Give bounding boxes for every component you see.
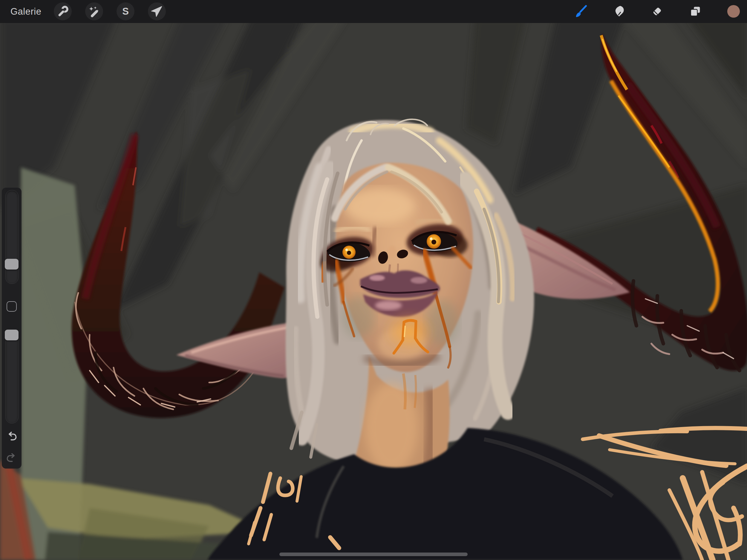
home-indicator[interactable] [279,553,468,556]
redo-icon [6,452,18,464]
transform-arrow-icon [150,4,164,18]
layers-button[interactable] [689,3,702,20]
redo-button[interactable] [6,452,18,464]
left-tool-group: S [54,2,166,20]
brush-sidebar [2,188,22,468]
color-swatch-circle [727,4,741,19]
right-tool-group [574,2,741,21]
paint-tool-button[interactable] [574,3,588,20]
selection-s-icon: S [119,4,132,18]
layers-icon [689,4,702,19]
adjustments-button[interactable] [85,2,103,20]
brush-size-slider[interactable] [5,190,19,284]
top-toolbar: Galerie S [0,0,747,23]
canvas-area[interactable] [0,0,747,560]
actions-button[interactable] [54,2,72,20]
procreate-screen: Galerie S [0,0,747,560]
erase-tool-button[interactable] [650,3,664,20]
undo-button[interactable] [6,430,18,442]
svg-text:S: S [122,6,129,17]
gallery-button[interactable]: Galerie [10,0,41,23]
smudge-finger-icon [612,4,626,19]
modify-button[interactable] [6,301,17,312]
smudge-tool-button[interactable] [612,3,626,20]
magic-wand-icon [87,4,101,18]
paintbrush-icon [574,4,588,19]
canvas-artwork[interactable] [0,0,747,560]
wrench-icon [56,4,70,18]
selection-button[interactable]: S [117,2,134,20]
undo-icon [6,430,18,442]
eraser-icon [650,4,664,19]
transform-button[interactable] [148,2,166,20]
brush-opacity-slider[interactable] [5,330,19,424]
brush-opacity-handle[interactable] [5,330,19,340]
color-button[interactable] [727,3,741,20]
brush-size-handle[interactable] [5,259,19,270]
